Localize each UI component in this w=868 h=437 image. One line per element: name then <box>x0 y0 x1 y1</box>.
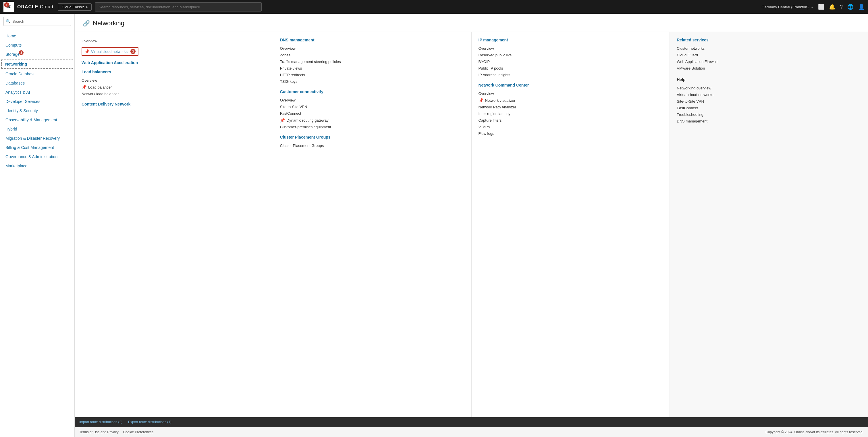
storage-label: Storage <box>5 52 20 57</box>
troubleshooting-help-link[interactable]: Troubleshooting <box>677 111 861 118</box>
bottom-bar: Import route distributions (2) Export ro… <box>75 417 868 427</box>
sidebar-item-governance---administration[interactable]: Governance & Administration <box>0 152 74 161</box>
flow-logs-link[interactable]: Flow logs <box>478 130 663 137</box>
capture-filters-link[interactable]: Capture filters <box>478 117 663 124</box>
mega-menu-header: 🔗 Networking <box>75 14 868 32</box>
sidebar-search-input[interactable] <box>3 17 71 26</box>
sidebar-item-oracle-database[interactable]: Oracle Database <box>0 69 74 79</box>
byoip-link[interactable]: BYOIP <box>478 58 663 65</box>
overview-link-col1[interactable]: Overview <box>82 38 266 44</box>
cluster-networks-link[interactable]: Cluster networks <box>677 45 861 52</box>
public-ip-pools-link[interactable]: Public IP pools <box>478 65 663 71</box>
load-balancers-title: Load balancers <box>82 69 266 74</box>
zones-link[interactable]: Zones <box>280 52 464 58</box>
dns-overview-link[interactable]: Overview <box>280 45 464 52</box>
sidebar-nav: HomeComputeStorage2NetworkingOracle Data… <box>0 29 74 173</box>
oracle-logo: ORACLE Cloud <box>17 4 54 9</box>
sidebar-search-wrap: 🔍 <box>0 14 74 29</box>
site-to-site-vpn-link[interactable]: Site-to-Site VPN <box>280 104 464 110</box>
web-app-accel-title: Web Application Acceleration <box>82 60 266 65</box>
inter-region-latency-link[interactable]: Inter-region latency <box>478 110 663 117</box>
dns-mgmt-title: DNS management <box>280 38 464 42</box>
sidebar-item-hybrid[interactable]: Hybrid <box>0 124 74 134</box>
region-selector[interactable]: Germany Central (Frankfurt) ⌄ <box>762 5 813 9</box>
close-btn-wrap: ✕ 1 <box>3 2 14 12</box>
vcn-help-link[interactable]: Virtual cloud networks <box>677 91 861 98</box>
mega-col-1: Overview 📌 Virtual cloud networks 3 Web … <box>75 32 273 417</box>
http-redirects-link[interactable]: HTTP redirects <box>280 71 464 78</box>
page-title: Networking <box>93 20 124 27</box>
customer-connectivity-title: Customer connectivity <box>280 89 464 94</box>
vcn-link[interactable]: 📌 Virtual cloud networks 3 <box>82 47 138 56</box>
sidebar-item-storage[interactable]: Storage2 <box>0 50 74 59</box>
sidebar-item-networking[interactable]: Networking <box>1 59 73 69</box>
fastconnect-link[interactable]: FastConnect <box>280 110 464 117</box>
network-lb-link[interactable]: Network load balancer <box>82 91 266 97</box>
cloud-classic-button[interactable]: Cloud Classic > <box>58 3 92 11</box>
sidebar-item-observability---management[interactable]: Observability & Management <box>0 115 74 124</box>
sidebar-item-databases[interactable]: Databases <box>0 79 74 88</box>
cpe-link[interactable]: Customer-premises equipment <box>280 124 464 130</box>
drg-link[interactable]: 📌 Dynamic routing gateway <box>280 117 464 124</box>
ip-overview-link[interactable]: Overview <box>478 45 663 52</box>
global-search-input[interactable] <box>95 2 262 11</box>
sidebar-item-billing---cost-management[interactable]: Billing & Cost Management <box>0 143 74 152</box>
top-nav-right: Germany Central (Frankfurt) ⌄ ⬜ 🔔 ? 🌐 👤 <box>762 4 865 10</box>
top-nav: ✕ 1 ORACLE Cloud Cloud Classic > Germany… <box>0 0 868 14</box>
dns-mgmt-help-link[interactable]: DNS management <box>677 118 861 124</box>
private-views-link[interactable]: Private views <box>280 65 464 71</box>
ip-mgmt-title: IP management <box>478 38 663 42</box>
sidebar-item-home[interactable]: Home <box>0 31 74 40</box>
user-avatar-icon[interactable]: 👤 <box>858 4 865 10</box>
ip-address-insights-link[interactable]: IP Address Insights <box>478 71 663 78</box>
mega-col-3: IP management Overview Reserved public I… <box>472 32 670 417</box>
mega-menu-body: Overview 📌 Virtual cloud networks 3 Web … <box>75 32 868 417</box>
badge-3: 3 <box>130 49 135 54</box>
storage-badge-wrap: Storage2 <box>5 52 20 57</box>
network-path-analyzer-link[interactable]: Network Path Analyzer <box>478 104 663 110</box>
footer: Terms of Use and Privacy Cookie Preferen… <box>75 427 868 437</box>
pin-icon-lb: 📌 <box>82 85 87 89</box>
ncc-overview-link[interactable]: Overview <box>478 90 663 97</box>
fastconnect-help-link[interactable]: FastConnect <box>677 105 861 111</box>
cc-overview-link[interactable]: Overview <box>280 97 464 104</box>
pin-icon-nv: 📌 <box>478 98 484 103</box>
chevron-down-icon: ⌄ <box>810 5 813 9</box>
sidebar-item-identity---security[interactable]: Identity & Security <box>0 106 74 115</box>
content-area: 🔗 Networking Overview 📌 Virtual cloud ne… <box>75 14 868 437</box>
terminal-icon[interactable]: ⬜ <box>818 4 824 10</box>
waf-link[interactable]: Web Application Firewall <box>677 58 861 65</box>
help-icon[interactable]: ? <box>840 4 843 10</box>
lb-link[interactable]: 📌 Load balancer <box>82 84 266 91</box>
pin-icon-drg: 📌 <box>280 118 285 122</box>
sidebar: 🔍 HomeComputeStorage2NetworkingOracle Da… <box>0 14 75 437</box>
badge-2: 2 <box>19 50 24 55</box>
networking-overview-help-link[interactable]: Networking overview <box>677 85 861 91</box>
help-title: Help <box>677 77 861 82</box>
sidebar-item-developer-services[interactable]: Developer Services <box>0 97 74 106</box>
main-layout: 🔍 HomeComputeStorage2NetworkingOracle Da… <box>0 14 868 437</box>
reserved-ips-link[interactable]: Reserved public IPs <box>478 52 663 58</box>
networking-icon: 🔗 <box>83 20 90 27</box>
import-route-distributions-link[interactable]: Import route distributions (2) <box>79 420 122 424</box>
tsig-keys-link[interactable]: TSIG keys <box>280 78 464 85</box>
traffic-mgmt-link[interactable]: Traffic management steering policies <box>280 58 464 65</box>
network-cmd-center-title: Network Command Center <box>478 83 663 87</box>
lb-overview-link[interactable]: Overview <box>82 77 266 84</box>
mega-col-4: Related services Cluster networks Cloud … <box>670 32 868 417</box>
vmware-solution-link[interactable]: VMware Solution <box>677 65 861 71</box>
bell-icon[interactable]: 🔔 <box>829 4 835 10</box>
globe-icon[interactable]: 🌐 <box>847 4 854 10</box>
cloud-guard-link[interactable]: Cloud Guard <box>677 52 861 58</box>
vtaps-link[interactable]: VTAPs <box>478 124 663 130</box>
cookie-preferences-link[interactable]: Cookie Preferences <box>123 430 153 434</box>
sidebar-item-marketplace[interactable]: Marketplace <box>0 161 74 171</box>
sidebar-item-migration---disaster-recovery[interactable]: Migration & Disaster Recovery <box>0 134 74 143</box>
cpg-link[interactable]: Cluster Placement Groups <box>280 142 464 149</box>
sidebar-item-analytics---ai[interactable]: Analytics & AI <box>0 88 74 97</box>
s2s-vpn-help-link[interactable]: Site-to-Site VPN <box>677 98 861 105</box>
sidebar-item-compute[interactable]: Compute <box>0 40 74 50</box>
terms-of-use-link[interactable]: Terms of Use and Privacy <box>79 430 119 434</box>
network-visualizer-link[interactable]: 📌 Network visualizer <box>478 97 663 104</box>
export-route-distributions-link[interactable]: Export route distributions (1) <box>128 420 172 424</box>
